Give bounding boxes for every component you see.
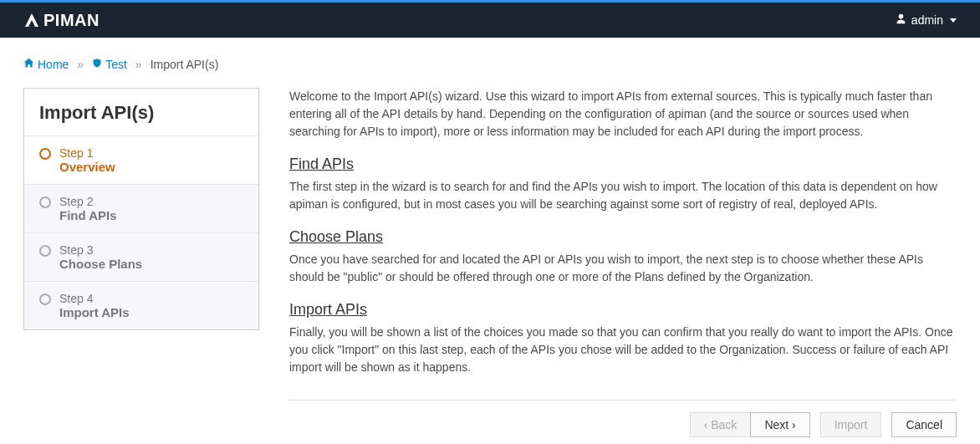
section-body: Finally, you will be shown a list of the… [289, 324, 957, 376]
step-overview[interactable]: Step 1 Overview [24, 135, 258, 184]
user-menu[interactable]: admin [896, 13, 957, 27]
step-indicator-icon [39, 245, 51, 257]
wizard-sidebar: Import API(s) Step 1 Overview Step 2 Fin… [23, 88, 259, 330]
navbar: PIMAN admin [0, 3, 980, 38]
step-num: Step 1 [59, 146, 115, 160]
section-body: Once you have searched for and located t… [289, 251, 957, 286]
step-choose-plans[interactable]: Step 3 Choose Plans [24, 232, 258, 281]
step-num: Step 2 [59, 195, 117, 208]
step-label: Overview [59, 160, 115, 174]
breadcrumb-home[interactable]: Home [23, 58, 69, 71]
intro-text: Welcome to the Import API(s) wizard. Use… [289, 88, 957, 140]
step-find-apis[interactable]: Step 2 Find APIs [24, 184, 258, 232]
logo[interactable]: PIMAN [23, 11, 100, 30]
divider [289, 400, 957, 401]
breadcrumb-current: Import API(s) [151, 58, 219, 71]
home-icon [23, 58, 34, 71]
step-import-apis[interactable]: Step 4 Import APIs [24, 281, 258, 329]
step-indicator-icon [39, 196, 51, 208]
step-indicator-icon [39, 148, 51, 160]
section-heading: Find APIs [289, 156, 957, 173]
section-choose-plans: Choose Plans Once you have searched for … [289, 228, 957, 286]
user-label: admin [911, 13, 943, 27]
main-content: Welcome to the Import API(s) wizard. Use… [289, 88, 957, 437]
section-body: The first step in the wizard is to searc… [289, 178, 957, 213]
step-label: Find APIs [59, 208, 117, 222]
step-indicator-icon [39, 293, 51, 305]
breadcrumb-sep: » [77, 58, 84, 71]
user-icon [896, 13, 906, 27]
section-import-apis: Import APIs Finally, you will be shown a… [289, 301, 957, 376]
back-button: ‹ Back [690, 412, 751, 437]
logo-icon [23, 12, 40, 28]
nav-button-group: ‹ Back Next › [690, 412, 810, 437]
sidebar-title: Import API(s) [24, 89, 258, 135]
next-button[interactable]: Next › [750, 412, 809, 437]
section-heading: Import APIs [289, 301, 957, 319]
step-label: Import APIs [59, 305, 130, 319]
import-button: Import [820, 412, 882, 437]
wizard-actions: ‹ Back Next › Import Cancel [289, 412, 957, 437]
breadcrumb-org-label: Test [105, 58, 127, 71]
step-label: Choose Plans [59, 257, 142, 271]
cancel-button[interactable]: Cancel [891, 412, 957, 437]
step-num: Step 3 [59, 243, 142, 257]
section-find-apis: Find APIs The first step in the wizard i… [289, 156, 957, 213]
chevron-down-icon [950, 18, 957, 23]
step-num: Step 4 [59, 292, 130, 305]
shield-icon [92, 58, 102, 71]
logo-text: PIMAN [43, 11, 100, 30]
breadcrumb: Home » Test » Import API(s) [23, 58, 957, 71]
breadcrumb-sep: » [135, 58, 142, 71]
section-heading: Choose Plans [289, 228, 957, 246]
breadcrumb-org[interactable]: Test [92, 58, 127, 71]
breadcrumb-home-label: Home [38, 58, 69, 71]
